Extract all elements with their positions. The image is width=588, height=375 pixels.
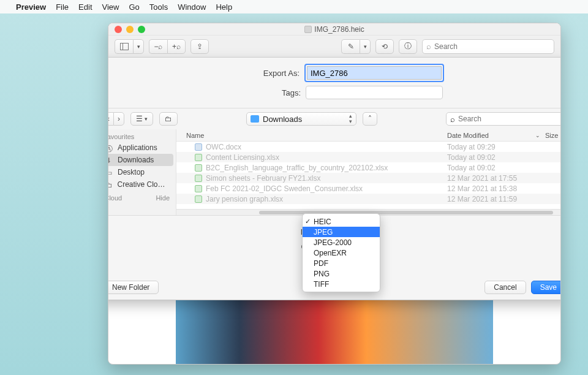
sidebar-item-applications[interactable]: ⒶApplications: [108, 142, 173, 154]
sidebar-favourites-header: Favourites: [108, 133, 176, 142]
svg-rect-0: [120, 43, 128, 50]
markup-menu-button[interactable]: ▾: [360, 39, 371, 54]
zoom-out-button[interactable]: −⌕: [149, 39, 167, 54]
applications-icon: Ⓐ: [108, 144, 114, 151]
column-date[interactable]: Date Modified⌄: [447, 132, 545, 139]
forward-button[interactable]: ›: [113, 112, 124, 126]
column-headers: Name Date Modified⌄ Size: [176, 129, 561, 142]
file-date: Today at 09:02: [447, 153, 545, 162]
export-sheet: Export As: Tags: ‹ › ☰ ▾ 🗀 Downloads: [108, 58, 561, 300]
titlebar: IMG_2786.heic: [108, 23, 560, 36]
file-icon: [195, 154, 202, 161]
file-date: 12 Mar 2021 at 15:38: [447, 184, 545, 193]
menu-go[interactable]: Go: [129, 2, 139, 12]
file-icon: [195, 164, 202, 172]
file-row[interactable]: Simon sheets - February FY21.xlsx12 Mar …: [176, 173, 561, 183]
sidebar-menu-button[interactable]: ▾: [133, 39, 144, 54]
search-icon: ⌕: [450, 115, 455, 124]
chevron-right-icon: ›: [118, 115, 120, 123]
collapse-button[interactable]: ˄: [363, 112, 377, 126]
browser-search-input[interactable]: [458, 115, 561, 123]
info-button[interactable]: ⓘ: [399, 39, 417, 54]
format-option-png[interactable]: PNG: [303, 268, 380, 279]
share-icon: ⇪: [197, 42, 203, 51]
pencil-icon: ✎: [348, 42, 354, 51]
rotate-button[interactable]: ⟲: [375, 39, 394, 54]
menu-view[interactable]: View: [102, 2, 119, 12]
file-row[interactable]: B2C_English_language_traffic_by_country_…: [176, 162, 561, 173]
new-folder-button[interactable]: New Folder: [108, 281, 159, 294]
location-popup[interactable]: Downloads ▴▾: [246, 112, 356, 126]
column-size[interactable]: Size: [545, 132, 561, 139]
chevron-down-icon: ▾: [137, 44, 140, 50]
downloads-folder-icon: [251, 115, 259, 123]
file-icon: [195, 175, 202, 182]
desktop-icon: ▭: [108, 169, 114, 176]
column-name[interactable]: Name: [176, 132, 447, 139]
browser-toolbar: ‹ › ☰ ▾ 🗀 Downloads ▴▾ ˄ ⌕: [108, 108, 561, 129]
file-browser: ‹ › ☰ ▾ 🗀 Downloads ▴▾ ˄ ⌕: [108, 108, 561, 216]
format-option-tiff[interactable]: TIFF: [303, 279, 380, 289]
file-icon: [195, 143, 202, 151]
chevron-down-icon: ▾: [145, 116, 148, 122]
checkmark-icon: ✓: [305, 218, 311, 225]
app-menu[interactable]: Preview: [16, 2, 46, 12]
file-name: Content Licensing.xlsx: [206, 153, 279, 162]
zoom-in-icon: +⌕: [172, 42, 181, 51]
format-option-heic[interactable]: ✓HEIC: [303, 216, 380, 227]
menu-tools[interactable]: Tools: [149, 2, 168, 12]
format-option-openexr[interactable]: OpenEXR: [303, 248, 380, 258]
menubar: Preview File Edit View Go Tools Window H…: [0, 0, 588, 13]
sidebar-item-creative-cloud[interactable]: 🗀Creative Clou…: [108, 178, 173, 191]
sidebar-hide-button[interactable]: Hide: [156, 194, 170, 202]
file-icon: [195, 185, 202, 192]
group-button[interactable]: 🗀: [159, 112, 178, 126]
tags-label: Tags:: [172, 88, 301, 97]
sidebar-toggle-button[interactable]: [115, 39, 133, 54]
zoom-out-icon: −⌕: [154, 42, 162, 51]
toolbar-search-input[interactable]: [434, 42, 550, 51]
file-row[interactable]: Jary pension graph.xlsx12 Mar 2021 at 11…: [176, 194, 561, 204]
updown-icon: ▴▾: [349, 113, 352, 124]
chevron-down-icon: ▾: [364, 44, 367, 50]
toolbar-search[interactable]: ⌕: [422, 39, 554, 54]
file-name: Jary pension graph.xlsx: [206, 195, 283, 203]
share-button[interactable]: ⇪: [190, 39, 209, 54]
back-button[interactable]: ‹: [108, 112, 113, 126]
menu-file[interactable]: File: [56, 2, 69, 12]
info-icon: ⓘ: [404, 41, 412, 51]
file-name: Simon sheets - February FY21.xlsx: [206, 174, 320, 183]
file-date: 12 Mar 2021 at 17:55: [447, 174, 545, 183]
cancel-button[interactable]: Cancel: [484, 281, 526, 294]
sort-descending-icon: ⌄: [535, 132, 540, 138]
tags-input[interactable]: [306, 86, 443, 99]
format-option-jpeg-2000[interactable]: JPEG-2000: [303, 237, 380, 248]
view-mode-button[interactable]: ☰ ▾: [130, 112, 153, 126]
file-row[interactable]: OWC.docxToday at 09:29: [176, 142, 561, 152]
file-row[interactable]: Content Licensing.xlsxToday at 09:02: [176, 152, 561, 162]
save-button[interactable]: Save: [531, 281, 561, 294]
file-row[interactable]: Feb FC 2021-02_IDGC Sweden_Consumer.xlsx…: [176, 183, 561, 194]
zoom-in-button[interactable]: +⌕: [167, 39, 186, 54]
menu-edit[interactable]: Edit: [78, 2, 92, 12]
search-icon: ⌕: [426, 42, 431, 51]
preview-window: IMG_2786.heic ▾ −⌕ +⌕ ⇪ ✎ ▾ ⟲ ⓘ ⌕ Export…: [108, 23, 561, 365]
browser-search[interactable]: ⌕: [446, 112, 561, 126]
markup-button[interactable]: ✎: [341, 39, 360, 54]
file-icon: [195, 195, 202, 203]
menu-help[interactable]: Help: [216, 2, 232, 12]
file-date: 12 Mar 2021 at 11:59: [447, 195, 545, 203]
export-as-label: Export As:: [171, 69, 300, 78]
menu-window[interactable]: Window: [178, 2, 206, 12]
chevron-up-icon: ˄: [368, 115, 372, 123]
export-filename-input[interactable]: [307, 66, 442, 80]
sidebar-item-downloads[interactable]: ⬇Downloads: [108, 154, 173, 166]
sidebar: Favourites ⒶApplications ⬇Downloads ▭Des…: [108, 129, 176, 215]
format-option-pdf[interactable]: PDF: [303, 258, 380, 268]
window-title: IMG_2786.heic: [108, 25, 560, 34]
format-option-jpeg[interactable]: JPEG: [303, 227, 380, 237]
sidebar-item-desktop[interactable]: ▭Desktop: [108, 166, 173, 178]
rotate-icon: ⟲: [382, 42, 388, 51]
format-dropdown-menu[interactable]: ✓HEICJPEGJPEG-2000OpenEXRPDFPNGTIFF: [302, 213, 380, 292]
preview-toolbar: ▾ −⌕ +⌕ ⇪ ✎ ▾ ⟲ ⓘ ⌕: [108, 36, 560, 58]
